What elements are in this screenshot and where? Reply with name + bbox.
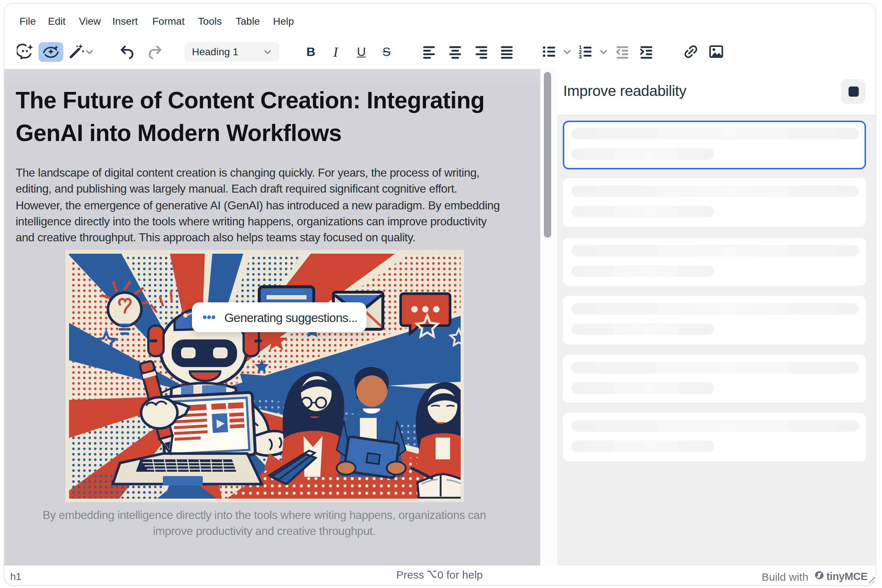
svg-text:3: 3 <box>579 53 582 60</box>
